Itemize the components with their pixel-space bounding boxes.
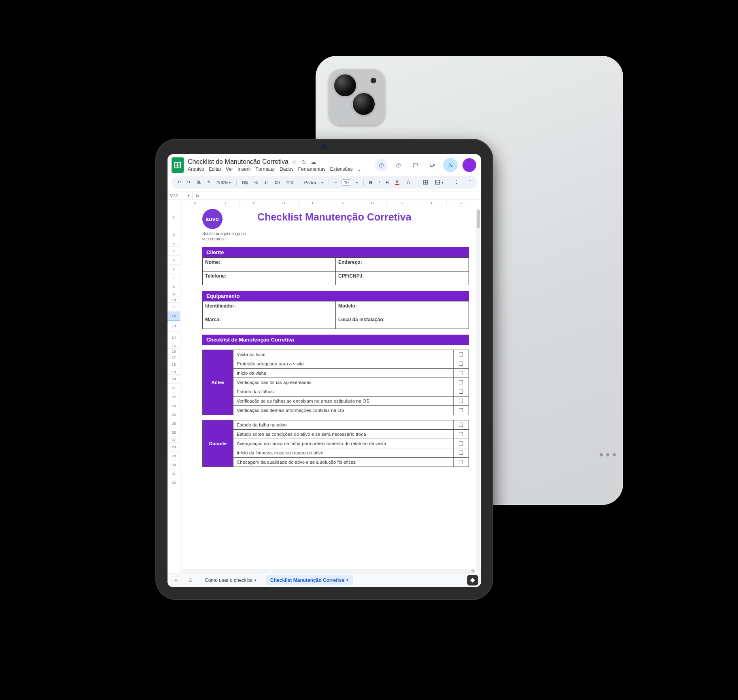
col-header[interactable]: D: [269, 200, 299, 206]
checklist-item[interactable]: Início da visita: [233, 369, 454, 378]
checklist-checkbox[interactable]: ☐: [454, 378, 469, 387]
field-nome[interactable]: Nome:: [203, 258, 336, 272]
decrease-decimal-button[interactable]: .0: [262, 179, 269, 186]
checklist-item[interactable]: Averiguação da causa da falha para preen…: [233, 439, 454, 448]
col-header[interactable]: C: [240, 200, 269, 206]
tab-como-usar[interactable]: Como usar o checklist▾: [200, 575, 261, 585]
undo-button[interactable]: ↶: [176, 178, 182, 186]
checklist-checkbox[interactable]: ☐: [454, 350, 469, 359]
star-icon[interactable]: ☆: [292, 159, 297, 165]
row-header[interactable]: 23: [168, 401, 180, 410]
row-header[interactable]: 18: [168, 360, 180, 369]
menu-inserir[interactable]: Inserir: [238, 166, 251, 172]
checklist-item[interactable]: Checagem da qualidade do ativo e se a so…: [233, 458, 454, 467]
horizontal-scrollbar[interactable]: [182, 569, 475, 573]
row-header[interactable]: 4: [168, 247, 180, 256]
more-toolbar-button[interactable]: ⋮: [453, 178, 460, 186]
increase-decimal-button[interactable]: .00: [272, 179, 281, 186]
menu-formatar[interactable]: Formatar: [255, 166, 275, 172]
row-header[interactable]: 9: [168, 291, 180, 297]
redo-button[interactable]: ↷: [185, 178, 192, 186]
checklist-item[interactable]: Estudo sobre as condições do ativo e se …: [233, 430, 454, 439]
row-header[interactable]: 2: [168, 228, 180, 241]
field-modelo[interactable]: Modelo:: [336, 301, 469, 315]
more-formats-button[interactable]: 123: [284, 179, 295, 186]
row-header[interactable]: 15: [168, 343, 180, 349]
document-title[interactable]: Checklist de Manutenção Corretiva: [188, 158, 288, 165]
field-local[interactable]: Local da instalação:: [336, 315, 469, 329]
zoom-select[interactable]: 100%▾: [215, 179, 233, 186]
row-header[interactable]: 12: [168, 312, 180, 320]
bold-button[interactable]: B: [367, 179, 374, 186]
checklist-item[interactable]: Estudo da falha no ativo: [233, 420, 454, 430]
checklist-checkbox[interactable]: ☐: [454, 397, 469, 406]
checklist-item[interactable]: Verificação das falhas apresentadas: [233, 378, 454, 387]
checklist-checkbox[interactable]: ☐: [454, 359, 469, 369]
col-header[interactable]: E: [299, 200, 328, 206]
history-button[interactable]: [375, 159, 387, 171]
menu-ver[interactable]: Ver: [226, 166, 233, 172]
menu-extensões[interactable]: Extensões: [330, 166, 353, 172]
row-header[interactable]: 13: [168, 320, 180, 332]
col-header[interactable]: G: [358, 200, 388, 206]
currency-button[interactable]: R$: [240, 179, 249, 186]
menu-ferramentas[interactable]: Ferramentas: [298, 166, 326, 172]
checklist-checkbox[interactable]: ☐: [454, 448, 469, 458]
all-sheets-button[interactable]: ≡: [185, 575, 196, 585]
row-header[interactable]: 20: [168, 375, 180, 384]
row-header[interactable]: 7: [168, 274, 180, 282]
col-header[interactable]: A: [180, 200, 210, 206]
print-button[interactable]: 🖶: [195, 179, 203, 186]
row-header[interactable]: 11: [168, 303, 180, 312]
merge-button[interactable]: ▾: [433, 178, 445, 187]
row-header[interactable]: 24: [168, 410, 180, 419]
italic-button[interactable]: I: [377, 179, 381, 186]
field-cpf[interactable]: CPF/CNPJ:: [336, 272, 469, 285]
checklist-checkbox[interactable]: ☐: [454, 458, 469, 467]
checklist-checkbox[interactable]: ☐: [454, 420, 469, 430]
text-color-button[interactable]: A: [393, 178, 401, 187]
checklist-item[interactable]: Proteção adequada para a visita: [233, 359, 454, 369]
font-size-increase[interactable]: +: [354, 179, 360, 186]
explore-button[interactable]: [467, 575, 478, 585]
checklist-item[interactable]: Início da limpeza, troca ou reparo do at…: [233, 448, 454, 458]
checklist-item[interactable]: Verificação das demais informações conti…: [233, 406, 454, 415]
menu-editar[interactable]: Editar: [209, 166, 221, 172]
checklist-item[interactable]: Verificação se as falhas se encaixam no …: [233, 397, 454, 406]
percent-button[interactable]: %: [252, 179, 259, 186]
menu-dados[interactable]: Dados: [280, 166, 294, 172]
fill-color-button[interactable]: [404, 178, 413, 187]
menu-arquivo[interactable]: Arquivo: [188, 166, 204, 172]
row-header[interactable]: 16: [168, 349, 180, 354]
font-size-input[interactable]: 10: [341, 179, 351, 186]
sheets-logo-icon[interactable]: [172, 157, 184, 173]
row-header[interactable]: 17: [168, 354, 180, 360]
move-icon[interactable]: 🗀: [301, 159, 307, 165]
vertical-scrollbar[interactable]: [476, 208, 480, 571]
checklist-checkbox[interactable]: ☐: [454, 387, 469, 397]
col-header[interactable]: B: [210, 200, 240, 206]
sheet-canvas[interactable]: auvo Substitua aqui o logo da sua empres…: [180, 200, 481, 573]
checklist-checkbox[interactable]: ☐: [454, 439, 469, 448]
row-header[interactable]: 31: [168, 469, 180, 478]
add-sheet-button[interactable]: +: [171, 575, 181, 585]
borders-button[interactable]: [421, 178, 430, 187]
row-header[interactable]: 30: [168, 460, 180, 469]
row-header[interactable]: 21: [168, 384, 180, 392]
col-header[interactable]: H: [388, 200, 417, 206]
col-header[interactable]: I: [417, 200, 447, 206]
row-header[interactable]: 19: [168, 369, 180, 375]
comments-button[interactable]: [409, 159, 421, 171]
strike-button[interactable]: S: [384, 179, 390, 186]
menu-…[interactable]: …: [357, 166, 362, 172]
name-box[interactable]: V12▾: [168, 191, 193, 199]
checklist-checkbox[interactable]: ☐: [454, 369, 469, 378]
font-size-decrease[interactable]: −: [333, 179, 338, 186]
row-header[interactable]: 5: [168, 256, 180, 265]
col-header[interactable]: J: [447, 200, 476, 206]
row-headers[interactable]: 1234567891011121314151617181920212223242…: [168, 200, 180, 573]
field-endereco[interactable]: Endereço:: [336, 258, 469, 272]
row-header[interactable]: 1: [168, 206, 180, 228]
row-header[interactable]: 32: [168, 478, 180, 487]
row-header[interactable]: 14: [168, 332, 180, 343]
